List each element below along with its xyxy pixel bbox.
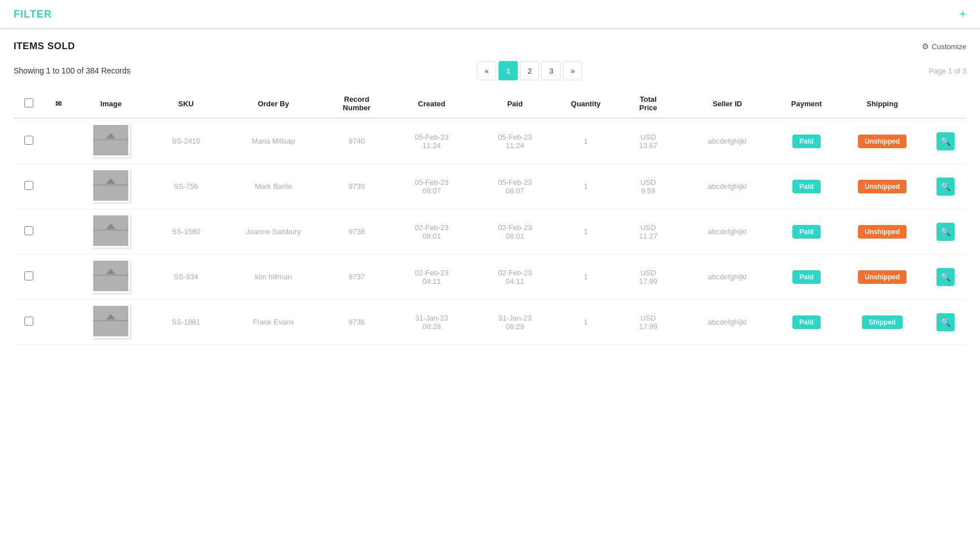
row-search-button[interactable]: 🔍 [936, 132, 955, 150]
header-shipping: Shipping [840, 89, 925, 118]
customize-label: Customize [932, 42, 966, 51]
row-checkbox[interactable] [24, 271, 33, 280]
header-sku: SKU [149, 89, 224, 118]
payment-badge[interactable]: Paid [792, 135, 820, 148]
row-paid: 05-Feb-23 08:07 [473, 164, 556, 209]
row-shipping-status: Shipped [840, 300, 925, 345]
showing-highlight: 100 of 384 [62, 66, 99, 75]
row-paid: 02-Feb-23 08:01 [473, 209, 556, 254]
row-payment-status: Paid [773, 118, 840, 164]
filter-bar: FILTER + [0, 0, 980, 29]
row-checkbox[interactable] [24, 181, 33, 190]
row-order-by: Mark Barile [223, 164, 323, 209]
magnifier-icon: 🔍 [940, 136, 951, 146]
row-email-cell [44, 209, 73, 254]
payment-badge[interactable]: Paid [792, 315, 820, 329]
header-payment: Payment [773, 89, 840, 118]
row-action-cell: 🔍 [925, 254, 966, 300]
items-table: ✉ Image SKU Order By RecordNumber Create… [14, 89, 966, 345]
items-table-wrap: ✉ Image SKU Order By RecordNumber Create… [14, 89, 966, 345]
row-paid: 02-Feb-23 04:11 [473, 254, 556, 300]
row-checkbox[interactable] [24, 136, 33, 145]
row-sku: SS-2410 [149, 118, 224, 164]
filter-add-button[interactable]: + [959, 7, 966, 21]
row-checkbox-cell [14, 209, 44, 254]
row-payment-status: Paid [773, 300, 840, 345]
gear-icon: ⚙ [922, 42, 929, 51]
shipping-badge[interactable]: Unshipped [858, 180, 907, 193]
row-action-cell: 🔍 [925, 164, 966, 209]
row-shipping-status: Unshipped [840, 118, 925, 164]
product-image [92, 168, 130, 202]
header-record-number: RecordNumber [323, 89, 390, 118]
shipping-badge[interactable]: Unshipped [858, 225, 907, 239]
page-1-button[interactable]: 1 [498, 61, 518, 80]
magnifier-icon: 🔍 [940, 227, 951, 237]
page-info: Page 1 of 3 [929, 67, 966, 75]
row-search-button[interactable]: 🔍 [936, 178, 955, 196]
payment-badge[interactable]: Paid [792, 180, 820, 193]
email-icon: ✉ [55, 100, 62, 108]
product-image [92, 214, 130, 248]
row-created: 05-Feb-23 11:24 [390, 118, 473, 164]
page-2-button[interactable]: 2 [520, 61, 539, 80]
row-sku: SS-934 [149, 254, 224, 300]
header-paid: Paid [473, 89, 556, 118]
table-row: SS-2410 Maria Millsap 9740 05-Feb-23 11:… [14, 118, 966, 164]
row-seller-id: abcdefghijkl [682, 209, 773, 254]
row-action-cell: 🔍 [925, 118, 966, 164]
row-checkbox-cell [14, 300, 44, 345]
row-shipping-status: Unshipped [840, 164, 925, 209]
header-checkbox [14, 89, 44, 118]
magnifier-icon: 🔍 [940, 272, 951, 282]
row-payment-status: Paid [773, 164, 840, 209]
customize-button[interactable]: ⚙ Customize [922, 42, 966, 51]
filter-title: FILTER [14, 8, 52, 20]
row-checkbox-cell [14, 254, 44, 300]
header-action [925, 89, 966, 118]
row-search-button[interactable]: 🔍 [936, 313, 955, 331]
page-3-button[interactable]: 3 [541, 61, 561, 80]
header-order-by: Order By [223, 89, 323, 118]
pagination-controls: « 1 2 3 » [477, 61, 582, 80]
row-checkbox[interactable] [24, 226, 33, 235]
row-shipping-status: Unshipped [840, 254, 925, 300]
row-order-by: Maria Millsap [223, 118, 323, 164]
row-image-cell [73, 209, 149, 254]
row-seller-id: abcdefghijkl [682, 254, 773, 300]
row-search-button[interactable]: 🔍 [936, 223, 955, 241]
row-shipping-status: Unshipped [840, 209, 925, 254]
section-header: ITEMS SOLD ⚙ Customize [14, 41, 966, 52]
payment-badge[interactable]: Paid [792, 270, 820, 284]
select-all-checkbox[interactable] [24, 98, 33, 107]
row-created: 02-Feb-23 08:01 [390, 209, 473, 254]
shipping-badge[interactable]: Unshipped [858, 270, 907, 284]
row-search-button[interactable]: 🔍 [936, 268, 955, 286]
row-payment-status: Paid [773, 209, 840, 254]
table-row: SS-1861 Frank Evans 9736 31-Jan-23 08:28… [14, 300, 966, 345]
row-payment-status: Paid [773, 254, 840, 300]
shipping-badge[interactable]: Unshipped [858, 135, 907, 148]
row-email-cell [44, 300, 73, 345]
row-seller-id: abcdefghijkl [682, 118, 773, 164]
row-image-cell [73, 300, 149, 345]
payment-badge[interactable]: Paid [792, 225, 820, 239]
showing-text-suffix: Records [99, 66, 131, 75]
header-total-price: TotalPrice [615, 89, 682, 118]
row-checkbox-cell [14, 164, 44, 209]
page-next-button[interactable]: » [563, 61, 582, 80]
row-checkbox[interactable] [24, 317, 33, 326]
row-action-cell: 🔍 [925, 300, 966, 345]
showing-text-prefix: Showing 1 to [14, 66, 62, 75]
product-image [92, 259, 130, 293]
row-record-number: 9739 [323, 164, 390, 209]
row-quantity: 1 [557, 254, 615, 300]
row-email-cell [44, 164, 73, 209]
shipping-badge[interactable]: Shipped [862, 315, 902, 329]
row-image-cell [73, 254, 149, 300]
page-prev-button[interactable]: « [477, 61, 496, 80]
row-order-by: Frank Evans [223, 300, 323, 345]
row-quantity: 1 [557, 300, 615, 345]
row-action-cell: 🔍 [925, 209, 966, 254]
magnifier-icon: 🔍 [940, 181, 951, 192]
